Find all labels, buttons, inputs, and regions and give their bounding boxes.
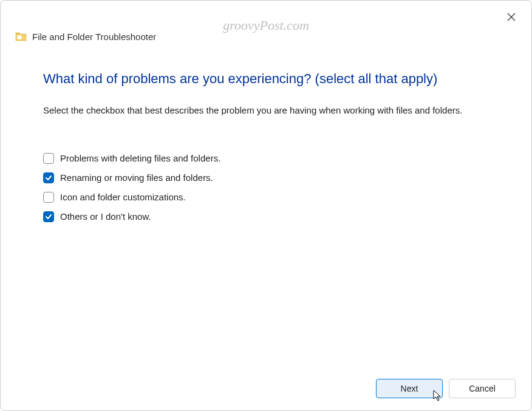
close-button[interactable] xyxy=(506,12,517,22)
checkbox-row-renaming[interactable]: Renaming or moving files and folders. xyxy=(43,172,489,183)
checkbox-row-others[interactable]: Others or I don't know. xyxy=(43,211,489,222)
header-row: File and Folder Troubleshooter xyxy=(1,1,531,42)
content-area: What kind of problems are you experienci… xyxy=(1,42,531,222)
next-button[interactable]: Next xyxy=(376,379,443,398)
troubleshooter-window: groovyPost.com File and Folder Troublesh… xyxy=(0,0,532,411)
page-description: Select the checkbox that best describes … xyxy=(43,104,489,118)
folder-icon xyxy=(15,31,27,42)
checkbox-label: Others or I don't know. xyxy=(60,211,151,222)
checkmark-icon xyxy=(45,174,52,182)
checkbox-label: Problems with deleting files and folders… xyxy=(60,153,220,163)
checkbox-deleting[interactable] xyxy=(43,153,54,164)
checkbox-renaming[interactable] xyxy=(43,172,54,183)
checkbox-list: Problems with deleting files and folders… xyxy=(43,153,489,222)
checkbox-label: Renaming or moving files and folders. xyxy=(60,172,213,183)
checkbox-row-icons[interactable]: Icon and folder customizations. xyxy=(43,192,489,203)
checkbox-row-deleting[interactable]: Problems with deleting files and folders… xyxy=(43,153,489,164)
checkbox-others[interactable] xyxy=(43,211,54,222)
page-heading: What kind of problems are you experienci… xyxy=(43,71,489,87)
close-icon xyxy=(507,13,516,21)
checkmark-icon xyxy=(45,213,52,220)
cancel-button[interactable]: Cancel xyxy=(449,379,516,398)
checkbox-icons[interactable] xyxy=(43,192,54,203)
svg-rect-2 xyxy=(17,35,22,39)
checkbox-label: Icon and folder customizations. xyxy=(60,192,186,202)
footer-buttons: Next Cancel xyxy=(376,379,516,398)
window-title: File and Folder Troubleshooter xyxy=(32,32,156,42)
